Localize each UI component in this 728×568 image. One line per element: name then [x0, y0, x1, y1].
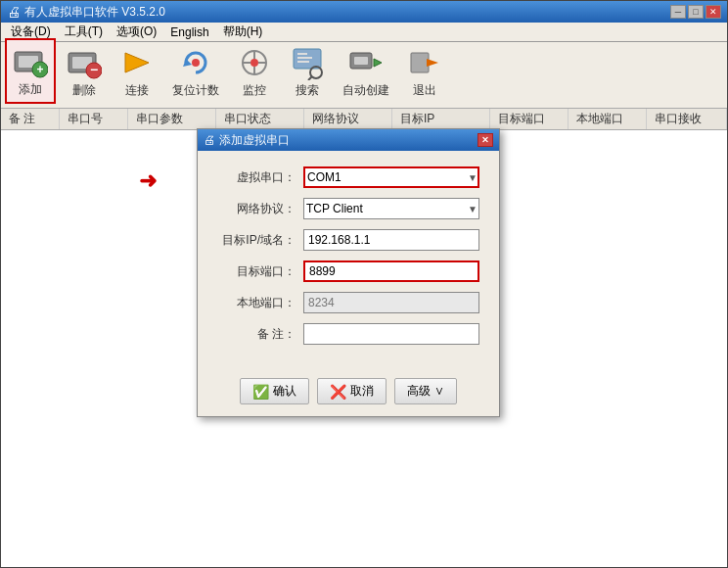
toolbar-reset-button[interactable]: 复位计数: [165, 40, 226, 104]
svg-text:+: +: [36, 63, 43, 76]
svg-text:−: −: [90, 62, 98, 77]
maximize-button[interactable]: □: [688, 5, 704, 19]
modal-title-bar: 🖨 添加虚拟串口 ✕: [198, 129, 499, 151]
title-bar-left: 🖨 有人虚拟串口软件 V3.5.2.0: [7, 4, 165, 21]
local-port-input[interactable]: [303, 292, 479, 313]
cancel-icon: ❌: [330, 384, 346, 400]
modal-footer: ✅ 确认 ❌ 取消 高级 ∨: [198, 370, 499, 416]
svg-marker-25: [374, 59, 382, 67]
label-target-port: 目标端口：: [217, 263, 296, 280]
toolbar-connect-button[interactable]: 连接: [113, 40, 161, 104]
svg-point-12: [250, 59, 258, 67]
protocol-select-wrapper: TCP Client TCP Server UDP ▼: [303, 198, 479, 219]
connect-icon: [119, 45, 155, 80]
advanced-label: 高级 ∨: [407, 383, 443, 400]
form-row-target-port: 目标端口：: [217, 260, 479, 282]
label-note: 备 注：: [217, 326, 296, 343]
col-receive: 串口接收: [647, 109, 727, 129]
form-row-local-port: 本地端口：: [217, 292, 479, 313]
toolbar: + 添加 − 删除 连接: [1, 42, 727, 109]
delete-icon: −: [67, 45, 102, 80]
confirm-button[interactable]: ✅ 确认: [240, 378, 309, 404]
toolbar-search-button[interactable]: 搜索: [283, 40, 332, 104]
modal-dialog: 🖨 添加虚拟串口 ✕ ➜ 虚拟串口： COM1 COM2 COM3: [197, 128, 500, 417]
toolbar-monitor-label: 监控: [243, 82, 266, 99]
modal-title-left: 🖨 添加虚拟串口: [204, 132, 290, 149]
svg-marker-27: [427, 59, 438, 67]
label-protocol: 网络协议：: [217, 201, 296, 217]
confirm-icon: ✅: [252, 384, 269, 400]
svg-rect-18: [297, 53, 307, 55]
confirm-label: 确认: [273, 383, 296, 400]
minimize-button[interactable]: ─: [670, 5, 686, 19]
col-status: 串口状态: [216, 109, 304, 129]
cancel-button[interactable]: ❌ 取消: [317, 378, 387, 404]
col-params: 串口参数: [128, 109, 216, 129]
reset-icon: [178, 45, 213, 80]
toolbar-add-label: 添加: [19, 81, 42, 98]
exit-icon: [407, 45, 442, 80]
form-row-target-ip: 目标IP/域名：: [217, 229, 479, 251]
form-row-com: 虚拟串口： COM1 COM2 COM3 COM4 ▼: [217, 166, 479, 188]
toolbar-delete-label: 删除: [72, 82, 96, 99]
table-header: 备 注 串口号 串口参数 串口状态 网络协议 目标IP 目标端口 本地端口 串口…: [1, 109, 727, 130]
form-row-protocol: 网络协议： TCP Client TCP Server UDP ▼: [217, 198, 479, 219]
menu-bar: 设备(D) 工具(T) 选项(O) English 帮助(H): [1, 23, 727, 42]
add-icon: +: [13, 44, 48, 79]
svg-line-22: [308, 76, 312, 80]
toolbar-autocreate-button[interactable]: 自动创建: [336, 40, 396, 104]
label-com: 虚拟串口：: [217, 169, 296, 186]
menu-english[interactable]: English: [164, 24, 214, 40]
svg-point-10: [192, 59, 200, 67]
app-title: 有人虚拟串口软件 V3.5.2.0: [24, 4, 165, 21]
app-icon: 🖨: [7, 4, 21, 20]
search-icon: [290, 45, 325, 80]
toolbar-autocreate-label: 自动创建: [342, 82, 389, 99]
close-button[interactable]: ✕: [705, 5, 721, 19]
col-target-port: 目标端口: [490, 109, 569, 129]
target-port-input[interactable]: [303, 260, 479, 282]
col-port: 串口号: [60, 109, 128, 129]
col-target-ip: 目标IP: [392, 109, 490, 129]
toolbar-reset-label: 复位计数: [172, 82, 219, 99]
menu-help[interactable]: 帮助(H): [217, 23, 269, 41]
svg-rect-24: [354, 57, 368, 65]
app-window: 🖨 有人虚拟串口软件 V3.5.2.0 ─ □ ✕ 设备(D) 工具(T) 选项…: [0, 0, 728, 568]
svg-rect-26: [411, 53, 429, 72]
svg-rect-19: [297, 57, 312, 59]
svg-rect-20: [297, 61, 309, 63]
title-bar: 🖨 有人虚拟串口软件 V3.5.2.0 ─ □ ✕: [1, 1, 727, 23]
modal-body: 虚拟串口： COM1 COM2 COM3 COM4 ▼ 网络协议：: [198, 151, 499, 370]
menu-tools[interactable]: 工具(T): [59, 23, 109, 41]
modal-title-icon: 🖨: [204, 133, 215, 147]
form-row-note: 备 注：: [217, 323, 479, 345]
col-local-port: 本地端口: [569, 109, 647, 129]
toolbar-connect-label: 连接: [125, 82, 149, 99]
toolbar-exit-button[interactable]: 退出: [400, 40, 449, 104]
content-area: 备 注 串口号 串口参数 串口状态 网络协议 目标IP 目标端口 本地端口 串口…: [1, 109, 727, 567]
com-select-wrapper: COM1 COM2 COM3 COM4 ▼: [303, 166, 479, 188]
com-select[interactable]: COM1 COM2 COM3 COM4: [303, 166, 479, 188]
toolbar-add-button[interactable]: + 添加: [5, 38, 56, 104]
autocreate-icon: [348, 45, 384, 80]
toolbar-delete-button[interactable]: − 删除: [60, 40, 109, 104]
arrow-indicator: ➜: [139, 168, 157, 194]
label-local-port: 本地端口：: [217, 295, 296, 311]
svg-marker-8: [125, 53, 149, 72]
note-input[interactable]: [303, 323, 479, 345]
col-protocol: 网络协议: [304, 109, 392, 129]
protocol-select[interactable]: TCP Client TCP Server UDP: [303, 198, 479, 219]
toolbar-monitor-button[interactable]: 监控: [230, 40, 279, 104]
target-ip-input[interactable]: [303, 229, 479, 251]
cancel-label: 取消: [350, 383, 374, 400]
modal-close-button[interactable]: ✕: [478, 133, 493, 147]
toolbar-exit-label: 退出: [413, 82, 436, 99]
advanced-button[interactable]: 高级 ∨: [394, 378, 456, 404]
label-target-ip: 目标IP/域名：: [217, 232, 296, 249]
col-note: 备 注: [1, 109, 60, 129]
title-bar-buttons: ─ □ ✕: [670, 5, 721, 19]
monitor-icon: [237, 45, 272, 80]
toolbar-search-label: 搜索: [296, 82, 319, 99]
modal-title-text: 添加虚拟串口: [219, 132, 290, 149]
menu-options[interactable]: 选项(O): [111, 23, 162, 41]
